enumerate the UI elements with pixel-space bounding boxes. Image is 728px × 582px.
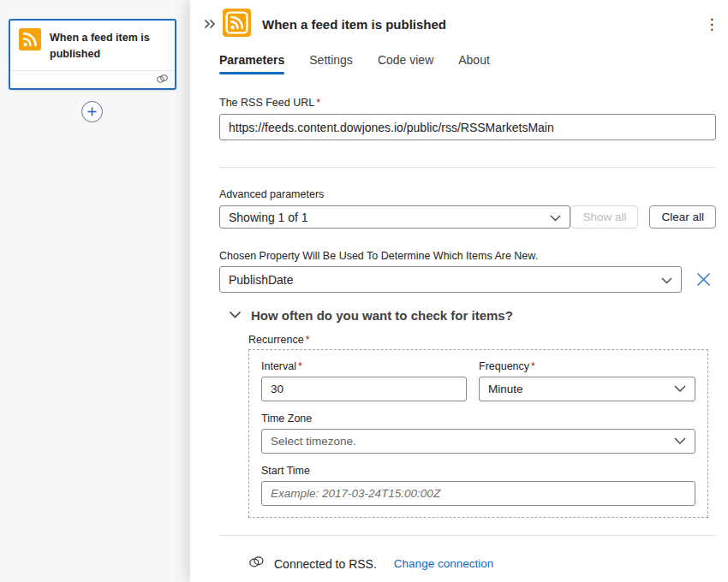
add-step-button[interactable] [81, 101, 103, 122]
feed-url-label: The RSS Feed URL* [219, 97, 716, 109]
recurrence-label: Recurrence* [248, 334, 716, 346]
chosen-property-row: PublishDate [219, 266, 716, 293]
panel-header: When a feed item is published ⋮ [190, 0, 728, 39]
interval-frequency-row: Interval* Frequency* Minute [261, 360, 695, 401]
rss-icon [223, 9, 251, 40]
tab-parameters[interactable]: Parameters [219, 53, 284, 74]
trigger-card-footer [10, 70, 175, 88]
clear-all-button[interactable]: Clear all [649, 205, 716, 229]
interval-label: Interval* [261, 360, 467, 372]
change-connection-link[interactable]: Change connection [394, 557, 493, 570]
chevron-down-icon [661, 273, 672, 287]
frequency-label: Frequency* [479, 360, 695, 372]
trigger-card-title: When a feed item is published [50, 28, 168, 63]
advanced-parameters-row: Showing 1 of 1 Show all Clear all [219, 205, 716, 229]
tab-bar: Parameters Settings Code view About [219, 53, 716, 74]
timezone-dropdown[interactable]: Select timezone. [261, 429, 695, 454]
timezone-placeholder: Select timezone. [271, 435, 356, 448]
advanced-parameters-dropdown-value: Showing 1 of 1 [229, 211, 308, 224]
chevron-down-icon [550, 211, 561, 224]
recurrence-section-toggle[interactable]: How often do you want to check for items… [219, 307, 716, 323]
parameters-content: The RSS Feed URL* Advanced parameters Sh… [190, 74, 728, 582]
recurrence-section-title: How often do you want to check for items… [251, 308, 513, 323]
remove-parameter-icon[interactable] [694, 270, 713, 289]
frequency-dropdown[interactable]: Minute [479, 377, 695, 401]
interval-input[interactable] [261, 377, 467, 401]
trigger-settings-panel: When a feed item is published ⋮ Paramete… [190, 0, 728, 582]
chosen-property-dropdown-value: PublishDate [229, 273, 294, 287]
workflow-canvas: When a feed item is published [0, 0, 190, 582]
connection-status-text: Connected to RSS. [274, 557, 377, 571]
chosen-property-dropdown[interactable]: PublishDate [219, 266, 682, 293]
section-divider [219, 167, 716, 168]
show-all-button[interactable]: Show all [570, 205, 638, 229]
advanced-parameters-label: Advanced parameters [219, 188, 716, 200]
frequency-dropdown-value: Minute [488, 383, 523, 395]
advanced-parameters-dropdown[interactable]: Showing 1 of 1 [219, 205, 570, 229]
more-options-icon[interactable]: ⋮ [702, 17, 721, 32]
footer-divider [219, 535, 716, 536]
connection-icon [248, 555, 265, 572]
start-time-input[interactable] [261, 481, 695, 506]
connection-footer: Connected to RSS. Change connection [248, 555, 704, 572]
chevron-down-icon [674, 435, 686, 448]
timezone-label: Time Zone [261, 413, 695, 425]
recurrence-editor: Interval* Frequency* Minute Time Zone Se… [248, 349, 708, 518]
chevron-down-icon [674, 383, 686, 395]
required-mark: * [306, 334, 310, 346]
connection-icon [156, 72, 169, 87]
trigger-card[interactable]: When a feed item is published [9, 19, 176, 90]
required-mark: * [298, 360, 302, 372]
trigger-card-body: When a feed item is published [10, 21, 175, 70]
collapse-panel-icon[interactable] [201, 15, 218, 33]
chosen-property-label: Chosen Property Will Be Used To Determin… [219, 250, 716, 262]
tab-about[interactable]: About [458, 53, 490, 74]
panel-title: When a feed item is published [262, 17, 446, 32]
tab-code-view[interactable]: Code view [378, 53, 433, 74]
tab-settings[interactable]: Settings [309, 53, 353, 74]
start-time-label: Start Time [261, 465, 695, 477]
required-mark: * [531, 360, 535, 372]
rss-icon [19, 28, 41, 54]
required-mark: * [316, 97, 320, 109]
chevron-down-icon [229, 307, 242, 323]
feed-url-input[interactable] [219, 114, 716, 140]
